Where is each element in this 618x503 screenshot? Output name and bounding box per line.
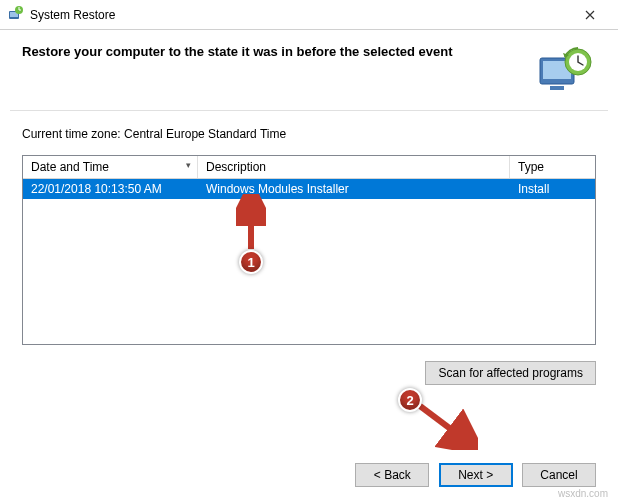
column-type[interactable]: Type: [510, 156, 595, 178]
next-button[interactable]: Next >: [439, 463, 513, 487]
wizard-header: Restore your computer to the state it wa…: [0, 30, 618, 104]
scan-affected-button[interactable]: Scan for affected programs: [425, 361, 596, 385]
close-button[interactable]: [570, 1, 610, 29]
annotation-badge-2: 2: [398, 388, 422, 412]
svg-line-9: [420, 406, 468, 442]
column-description[interactable]: Description: [198, 156, 510, 178]
wizard-footer: < Back Next > Cancel: [349, 463, 596, 487]
watermark: wsxdn.com: [558, 488, 608, 499]
annotation-arrow-2: [414, 400, 478, 450]
cell-date-time: 22/01/2018 10:13:50 AM: [23, 179, 198, 199]
restore-illustration-icon: [536, 44, 596, 96]
back-button[interactable]: < Back: [355, 463, 429, 487]
content-area: Current time zone: Central Europe Standa…: [0, 111, 618, 345]
column-date-time[interactable]: Date and Time ▾: [23, 156, 198, 178]
timezone-label: Current time zone: Central Europe Standa…: [22, 127, 596, 141]
titlebar: System Restore: [0, 0, 618, 30]
table-header: Date and Time ▾ Description Type: [23, 156, 595, 179]
cell-type: Install: [510, 179, 595, 199]
cell-description: Windows Modules Installer: [198, 179, 510, 199]
cancel-button[interactable]: Cancel: [522, 463, 596, 487]
table-row[interactable]: 22/01/2018 10:13:50 AM Windows Modules I…: [23, 179, 595, 199]
restore-points-table[interactable]: Date and Time ▾ Description Type 22/01/2…: [22, 155, 596, 345]
page-heading: Restore your computer to the state it wa…: [22, 44, 453, 59]
sort-indicator-icon: ▾: [186, 160, 191, 170]
svg-rect-5: [550, 86, 564, 90]
app-icon: [8, 5, 24, 24]
window-title: System Restore: [30, 8, 115, 22]
scan-row: Scan for affected programs: [0, 345, 618, 385]
